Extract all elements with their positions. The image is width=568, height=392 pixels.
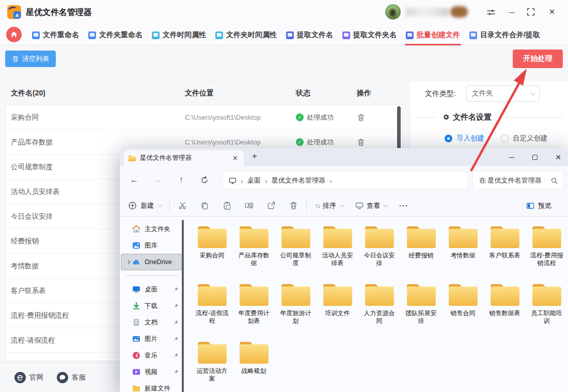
toolbar-action-icon[interactable]	[223, 201, 231, 210]
folder-item[interactable]: 团队拓展安排	[400, 282, 442, 339]
folder-item[interactable]: 销售合同	[442, 282, 484, 339]
folder-item[interactable]: 培训文件	[317, 282, 358, 339]
sidebar-item-label: 新建文件	[145, 384, 170, 392]
explorer-tab[interactable]: 星优文件名管理器 ✕	[124, 150, 244, 166]
footer-icon	[57, 372, 68, 383]
file-type-select[interactable]: 文件夹	[466, 85, 540, 102]
explorer-close-button[interactable]: ✕	[554, 153, 563, 161]
sidebar-item[interactable]: 音乐	[121, 347, 183, 364]
sidebar-item[interactable]: 文档	[121, 314, 183, 331]
tab-feature-icon	[342, 31, 350, 39]
app-tab[interactable]: 文件夹重命名	[88, 25, 143, 45]
view-button[interactable]: 查看	[355, 201, 387, 210]
delete-row-icon[interactable]	[357, 113, 365, 122]
folder-item[interactable]: 公司规章制度	[275, 224, 317, 282]
this-pc-icon[interactable]	[229, 177, 236, 185]
footer-link[interactable]: 官网	[14, 372, 43, 383]
home-button[interactable]	[6, 27, 22, 42]
toolbar-action-icon[interactable]	[178, 201, 187, 210]
sidebar-item[interactable]: 图片	[121, 331, 183, 347]
sidebar-item[interactable]: 新建文件	[121, 380, 183, 392]
folder-item[interactable]: 年度旅游计划	[275, 282, 317, 339]
folder-name: 流程-请假流程	[194, 309, 230, 325]
app-tab[interactable]: 目录文件合并/提取	[469, 25, 540, 45]
folder-item[interactable]: 流程-请假流程	[191, 282, 233, 339]
sidebar-item[interactable]: OneDrive	[121, 254, 183, 270]
toolbar-action-icon[interactable]	[267, 201, 276, 210]
folder-item[interactable]: 销售数据表	[484, 282, 526, 339]
folder-item[interactable]: 运营活动方案	[191, 339, 233, 392]
folder-item[interactable]: 今日会议安排	[358, 224, 400, 282]
folder-name: 销售合同	[445, 309, 481, 317]
folder-item[interactable]: 考情数据	[442, 224, 484, 282]
folder-icon	[238, 282, 270, 307]
explorer-maximize-button[interactable]	[532, 155, 538, 160]
folder-icon	[364, 224, 396, 250]
toolbar-action-icon[interactable]	[200, 201, 209, 210]
sidebar-item-icon	[132, 258, 140, 266]
sidebar-item[interactable]: 视频	[121, 364, 183, 380]
screen: a 星优文件名管理器 ─ ✕ 文件重命名 文件夹重命名	[0, 0, 568, 392]
folder-item[interactable]: 人力资源合同	[358, 282, 400, 339]
folder-icon	[322, 282, 354, 307]
folder-item[interactable]: 战略规划	[233, 339, 275, 392]
create-mode-radio[interactable]: 导入创建	[445, 134, 484, 143]
view-label: 查看	[367, 201, 380, 210]
explorer-minimize-button[interactable]: ─	[507, 153, 516, 161]
footer-link[interactable]: 客服	[57, 372, 86, 383]
tab-close-icon[interactable]: ✕	[231, 154, 240, 162]
preview-button[interactable]: 预览	[526, 201, 551, 210]
clear-list-button[interactable]: 清空列表	[5, 51, 56, 67]
forward-button[interactable]: →	[151, 173, 164, 187]
folder-item[interactable]: 采购合同	[191, 224, 233, 282]
app-tab[interactable]: 提取文件名	[286, 25, 333, 45]
folder-item[interactable]: 客户联系表	[484, 224, 526, 282]
settings-sliders-icon[interactable]	[486, 8, 496, 17]
app-tab[interactable]: 提取文件夹名	[342, 25, 397, 45]
new-label: 新建	[140, 201, 154, 210]
toolbar-action-icon[interactable]	[245, 201, 254, 210]
back-button[interactable]: ←	[128, 173, 141, 187]
sidebar-scrollbar[interactable]	[182, 220, 184, 392]
folder-item[interactable]: 员工职能培训	[526, 282, 567, 339]
start-process-button[interactable]: 开始处理	[513, 50, 563, 68]
sidebar-item[interactable]: 下载	[121, 298, 183, 314]
expand-chevron-icon[interactable]	[126, 260, 130, 264]
tab-label: 文件夹时间属性	[226, 30, 277, 40]
folder-item[interactable]: 流程-费用报销流程	[526, 224, 567, 282]
sidebar-item[interactable]: 主文件夹	[121, 221, 183, 237]
tab-label: 文件时间属性	[163, 30, 206, 40]
folder-item[interactable]: 产品库存数据	[233, 224, 275, 282]
app-tab[interactable]: 文件重命名	[32, 25, 79, 45]
pin-icon	[173, 287, 179, 292]
breadcrumb-current-folder[interactable]: 星优文件名管理器	[272, 176, 325, 185]
app-tab[interactable]: 批量创建文件	[406, 25, 460, 45]
user-name-blurred	[405, 8, 449, 17]
refresh-button[interactable]	[198, 173, 211, 187]
sidebar-item-label: 图库	[145, 241, 157, 250]
app-close-button[interactable]: ✕	[546, 6, 558, 18]
folder-item[interactable]: 经费报销	[400, 224, 442, 282]
sidebar-item[interactable]: 图库	[121, 237, 183, 254]
user-avatar[interactable]	[385, 4, 401, 20]
delete-row-icon[interactable]	[357, 138, 365, 146]
app-tab[interactable]: 文件夹时间属性	[215, 25, 277, 45]
toolbar-action-icon[interactable]	[289, 201, 298, 210]
breadcrumb-desktop[interactable]: 桌面	[247, 176, 261, 185]
create-mode-radio[interactable]: 自定义创建	[501, 134, 548, 143]
sort-button[interactable]: ↑↓ 排序	[315, 201, 343, 210]
up-button[interactable]: ↑	[175, 173, 188, 187]
app-maximize-button[interactable]	[527, 8, 535, 16]
new-tab-button[interactable]: +	[252, 151, 257, 161]
app-minimize-button[interactable]: ─	[506, 6, 517, 18]
search-box[interactable]: 在 星优文件名管理器	[472, 171, 564, 190]
sidebar-item[interactable]: 桌面	[121, 281, 183, 298]
folder-item[interactable]: 年度费用计划表	[233, 282, 275, 339]
folder-name: 战略规划	[236, 367, 272, 375]
more-options-button[interactable]: ···	[399, 201, 408, 210]
app-tab[interactable]: 文件时间属性	[152, 25, 206, 45]
address-box[interactable]: › 桌面 › 星优文件名管理器 ›	[222, 171, 468, 190]
folder-item[interactable]: 活动人员安排表	[317, 224, 358, 282]
new-button[interactable]: 新建	[128, 201, 161, 210]
folder-name: 流程-费用报销流程	[529, 252, 565, 267]
